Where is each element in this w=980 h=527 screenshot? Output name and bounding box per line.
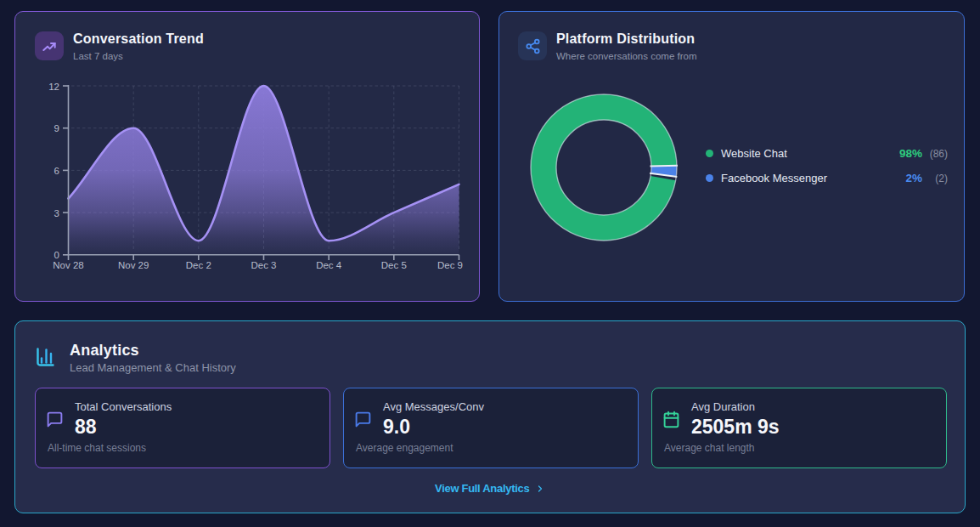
svg-text:Dec 2: Dec 2 — [186, 260, 211, 270]
svg-text:12: 12 — [48, 82, 59, 92]
svg-text:9: 9 — [54, 123, 59, 133]
svg-text:Nov 29: Nov 29 — [118, 260, 149, 270]
svg-text:6: 6 — [54, 166, 59, 176]
svg-text:0: 0 — [54, 250, 59, 260]
svg-text:Dec 4: Dec 4 — [316, 260, 342, 270]
svg-text:Nov 28: Nov 28 — [53, 260, 83, 270]
svg-text:Dec 3: Dec 3 — [251, 260, 276, 270]
svg-text:3: 3 — [54, 208, 59, 218]
svg-text:Dec 9: Dec 9 — [437, 260, 463, 270]
svg-text:Dec 5: Dec 5 — [381, 260, 407, 270]
